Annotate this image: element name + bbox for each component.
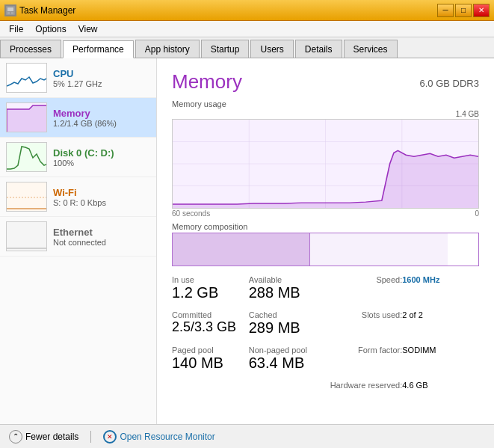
tab-services[interactable]: Services — [344, 40, 398, 58]
main-content: CPU 5% 1.27 GHz Memory 1.2/1.4 GB (86%) — [0, 58, 494, 424]
stat-inuse-label: In use — [172, 275, 249, 284]
tab-details[interactable]: Details — [295, 40, 342, 58]
stat-paged: Paged pool 140 MB — [172, 344, 249, 373]
disk-thumbnail — [6, 142, 47, 172]
wifi-label: Wi-Fi — [53, 187, 106, 198]
stat-slots: Slots used: — [326, 309, 403, 338]
stat-hwreserved-value: 4.6 GB — [402, 381, 479, 390]
fewer-details-label: Fewer details — [25, 432, 78, 442]
memory-usage-chart — [172, 119, 479, 209]
memory-usage-label: Memory usage — [172, 99, 479, 108]
memory-thumbnail — [6, 102, 47, 132]
composition-label: Memory composition — [172, 222, 479, 231]
detail-header: Memory 6.0 GB DDR3 — [172, 70, 479, 93]
tab-startup[interactable]: Startup — [201, 40, 250, 58]
svg-rect-9 — [7, 222, 47, 251]
menu-view[interactable]: View — [72, 22, 104, 36]
sidebar-item-memory[interactable]: Memory 1.2/1.4 GB (86%) — [0, 98, 156, 138]
stat-empty1 — [172, 379, 249, 391]
svg-rect-1 — [7, 7, 13, 11]
stat-cached-label: Cached — [249, 310, 326, 319]
stat-slots-value: 2 of 2 — [402, 310, 479, 319]
title-bar: Task Manager ─ □ ✕ — [0, 0, 494, 21]
ethernet-thumbnail — [6, 221, 47, 251]
stat-formfactor: Form factor: — [326, 344, 403, 373]
stat-committed-value: 2.5/3.3 GB — [172, 319, 249, 335]
open-resource-label: Open Resource Monitor — [120, 432, 214, 442]
sidebar-item-ethernet[interactable]: Ethernet Not connected — [0, 217, 156, 257]
stat-hwreserved: Hardware reserved: — [326, 379, 403, 391]
cpu-info: CPU 5% 1.27 GHz — [53, 68, 102, 88]
ethernet-label: Ethernet — [53, 227, 106, 238]
title-bar-left: Task Manager — [4, 4, 75, 16]
disk-info: Disk 0 (C: D:) 100% — [53, 147, 114, 168]
stat-hwreserved-value-block: 4.6 GB — [402, 379, 479, 391]
stat-formfactor-value: SODIMM — [402, 346, 479, 355]
window-controls: ─ □ ✕ — [437, 4, 490, 17]
open-resource-icon: ✕ — [103, 430, 117, 444]
window-title: Task Manager — [19, 5, 75, 16]
tabs-bar: Processes Performance App history Startu… — [0, 37, 494, 58]
close-button[interactable]: ✕ — [473, 4, 490, 17]
ethernet-info: Ethernet Not connected — [53, 227, 106, 247]
stat-paged-label: Paged pool — [172, 346, 249, 355]
bottom-bar: ⌃ Fewer details ✕ Open Resource Monitor — [0, 424, 494, 448]
stat-formfactor-value-block: SODIMM — [402, 344, 479, 373]
ethernet-detail: Not connected — [53, 238, 106, 247]
stat-nonpaged-value: 63.4 MB — [249, 355, 326, 372]
app-icon — [4, 4, 16, 16]
stat-speed: Speed: — [326, 274, 403, 303]
menu-file[interactable]: File — [3, 22, 29, 36]
wifi-detail: S: 0 R: 0 Kbps — [53, 198, 106, 207]
open-resource-monitor-button[interactable]: ✕ Open Resource Monitor — [103, 430, 214, 444]
sidebar-item-cpu[interactable]: CPU 5% 1.27 GHz — [0, 58, 156, 98]
menu-options[interactable]: Options — [29, 22, 72, 36]
sidebar-item-disk[interactable]: Disk 0 (C: D:) 100% — [0, 138, 156, 177]
tab-users[interactable]: Users — [250, 40, 293, 58]
stat-available: Available 288 MB — [249, 274, 326, 303]
sidebar: CPU 5% 1.27 GHz Memory 1.2/1.4 GB (86%) — [0, 58, 157, 424]
stat-committed: Committed 2.5/3.3 GB — [172, 309, 249, 338]
detail-subtitle: 6.0 GB DDR3 — [420, 70, 479, 89]
stat-empty2 — [249, 379, 326, 391]
stat-available-value: 288 MB — [249, 284, 326, 301]
stat-committed-label: Committed — [172, 310, 249, 319]
minimize-button[interactable]: ─ — [437, 4, 454, 17]
composition-bar — [172, 233, 479, 266]
fewer-details-icon: ⌃ — [9, 430, 22, 444]
comp-free — [448, 233, 478, 266]
stat-speed-label: Speed: — [326, 275, 403, 284]
stat-paged-value: 140 MB — [172, 355, 249, 372]
fewer-details-button[interactable]: ⌃ Fewer details — [9, 430, 78, 444]
cpu-label: CPU — [53, 68, 102, 79]
wifi-thumbnail — [6, 182, 47, 212]
menu-bar: File Options View — [0, 21, 494, 37]
chart-time-right: 0 — [475, 209, 479, 218]
stat-speed-value-block: 1600 MHz — [402, 274, 479, 303]
bottom-divider — [90, 431, 91, 443]
comp-standby — [310, 233, 448, 266]
tab-apphistory[interactable]: App history — [135, 40, 200, 58]
chart-max-label: 1.4 GB — [456, 110, 479, 118]
stat-formfactor-label: Form factor: — [326, 346, 403, 355]
stat-slots-value-block: 2 of 2 — [402, 309, 479, 338]
cpu-thumbnail — [6, 63, 47, 93]
tab-performance[interactable]: Performance — [63, 40, 134, 58]
memory-info: Memory 1.2/1.4 GB (86%) — [53, 108, 117, 128]
svg-rect-8 — [7, 182, 47, 212]
wifi-info: Wi-Fi S: 0 R: 0 Kbps — [53, 187, 106, 207]
stat-available-label: Available — [249, 275, 326, 284]
sidebar-item-wifi[interactable]: Wi-Fi S: 0 R: 0 Kbps — [0, 177, 156, 217]
tab-processes[interactable]: Processes — [0, 40, 61, 58]
detail-panel: Memory 6.0 GB DDR3 Memory usage 1.4 GB — [157, 58, 494, 424]
svg-rect-3 — [11, 12, 13, 14]
stat-slots-label: Slots used: — [326, 310, 403, 319]
stat-speed-value: 1600 MHz — [402, 275, 479, 284]
stat-cached-value: 289 MB — [249, 319, 326, 337]
memory-composition-section: Memory composition — [172, 222, 479, 266]
svg-rect-7 — [7, 143, 47, 172]
stat-inuse: In use 1.2 GB — [172, 274, 249, 303]
restore-button[interactable]: □ — [455, 4, 472, 17]
stat-nonpaged-label: Non-paged pool — [249, 346, 326, 355]
disk-label: Disk 0 (C: D:) — [53, 147, 114, 159]
